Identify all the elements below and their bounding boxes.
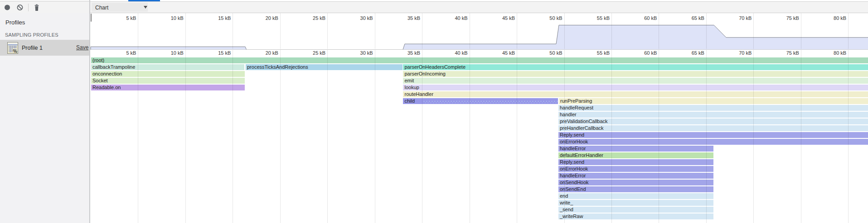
svg-text:%: % [13, 48, 18, 54]
